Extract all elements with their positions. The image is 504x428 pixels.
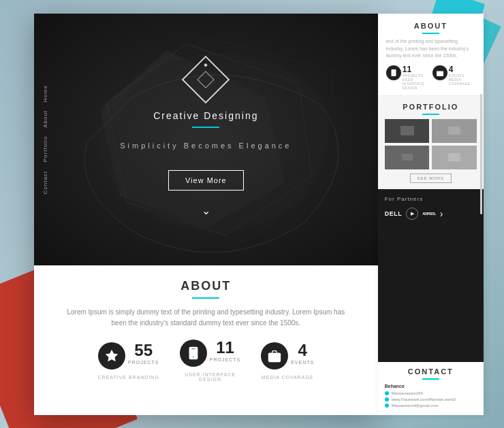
contact-dot-3 bbox=[385, 404, 389, 408]
stat-media: 4 EVENTS MEDIA COVARAGE bbox=[261, 342, 314, 380]
stats-row: 55 PROJECTS CREATIVE BRANDING 11 bbox=[97, 340, 314, 382]
portfolio-thumb-1[interactable] bbox=[385, 119, 430, 143]
r-contact-section: CONTACT Behance Marwanasem199 www.Facebo… bbox=[378, 362, 484, 415]
r-contact-info: Marwanasem199 www.Facebook.com/Marwan.ee… bbox=[385, 391, 477, 408]
stat-ui-design: 11 PROJECTS USER INTERFACE DESIGN bbox=[180, 340, 240, 382]
r-partners-section: For Partners DELL ▶ ADIPISOL › bbox=[378, 189, 484, 363]
portfolio-thumb-4[interactable] bbox=[432, 146, 477, 169]
r-contact-text-1: Marwanasem199 bbox=[392, 391, 423, 395]
stat-label-ui: USER INTERFACE DESIGN bbox=[185, 372, 236, 382]
r-portfolio-title: PORTFOLIO bbox=[385, 103, 477, 111]
r-contact-title: CONTACT bbox=[385, 367, 477, 376]
r-contact-row-3: Marwansemil@gmail.com bbox=[385, 404, 477, 408]
portfolio-thumb-3[interactable] bbox=[385, 146, 430, 169]
mockup-wrapper: Home About Portfolio Contact Creative De… bbox=[34, 14, 484, 415]
stat-num-branding: 55 bbox=[128, 342, 159, 359]
hero-title: Creative Designing bbox=[120, 110, 292, 121]
right-panel: ABOUT text of the printing and typesetti… bbox=[378, 14, 484, 415]
about-divider bbox=[192, 297, 219, 299]
scroll-down-arrow[interactable]: ⌄ bbox=[120, 204, 292, 217]
r-stat-sublbl-media: MEDIA COVARAGE bbox=[449, 78, 475, 86]
r-contact-divider bbox=[422, 378, 439, 380]
about-title: ABOUT bbox=[180, 279, 231, 293]
r-stats: 11 PROJECTS USER INTERFACE DESIGN 4 EVEN… bbox=[386, 65, 475, 90]
portfolio-grid bbox=[385, 119, 477, 169]
r-contact-text-2: www.Facebook.com/Marwan.eemi2 bbox=[392, 397, 456, 401]
camera-icon bbox=[261, 342, 288, 369]
svg-point-10 bbox=[393, 74, 394, 75]
main-panel: Home About Portfolio Contact Creative De… bbox=[34, 14, 378, 415]
r-enhance-label: Behance bbox=[385, 384, 477, 389]
hero-divider bbox=[192, 127, 219, 128]
stat-num-media: 4 bbox=[291, 342, 314, 359]
stat-label-projects-2: PROJECTS bbox=[210, 357, 240, 362]
scrollbar[interactable] bbox=[480, 94, 482, 214]
r-about-divider bbox=[422, 33, 439, 34]
stat-label-projects-1: PROJECTS bbox=[128, 360, 159, 365]
see-more-button[interactable]: SEE MORE bbox=[410, 174, 452, 183]
play-circle: ▶ bbox=[406, 208, 418, 220]
r-about-section: ABOUT text of the printing and typesetti… bbox=[378, 14, 484, 96]
svg-marker-3 bbox=[106, 349, 118, 361]
phone-icon bbox=[180, 340, 207, 367]
r-partners-title: For Partners bbox=[385, 196, 477, 202]
stat-label-events: EVENTS bbox=[291, 360, 314, 365]
partners-next-arrow[interactable]: › bbox=[440, 208, 443, 219]
r-stat-num-media: 4 bbox=[449, 65, 475, 73]
stat-num-ui: 11 bbox=[210, 340, 240, 356]
about-section: ABOUT Lorem Ipsum is simply dummy text o… bbox=[34, 265, 378, 415]
nav-home[interactable]: Home bbox=[42, 85, 48, 102]
hero-content: Creative Designing Simplicity Becomes El… bbox=[120, 63, 292, 217]
r-camera-icon bbox=[432, 65, 447, 80]
r-contact-text-3: Marwansemil@gmail.com bbox=[392, 404, 439, 408]
view-more-button[interactable]: View More bbox=[168, 170, 244, 191]
dell-logo: DELL bbox=[385, 210, 403, 217]
r-about-title: ABOUT bbox=[386, 22, 475, 30]
r-stat-sublbl-ui: USER INTERFACE DESIGN bbox=[403, 78, 428, 90]
portfolio-thumb-2[interactable] bbox=[432, 119, 477, 143]
r-portfolio-divider bbox=[422, 114, 439, 115]
hero-logo bbox=[182, 55, 230, 103]
r-contact-row-1: Marwanasem199 bbox=[385, 391, 477, 395]
stat-label-branding: CREATIVE BRANDING bbox=[97, 375, 159, 380]
adipisol-logo: ADIPISOL bbox=[422, 212, 436, 216]
stat-creative-branding: 55 PROJECTS CREATIVE BRANDING bbox=[97, 342, 159, 380]
svg-point-5 bbox=[193, 357, 194, 358]
r-portfolio-section: PORTFOLIO SEE MORE bbox=[378, 96, 484, 189]
partners-logos: DELL ▶ ADIPISOL › bbox=[385, 208, 477, 220]
r-stat-media: 4 EVENTS MEDIA COVARAGE bbox=[432, 65, 475, 90]
hero-subtitle: Simplicity Becomes Elegance bbox=[120, 142, 292, 150]
r-stat-num-ui: 11 bbox=[403, 65, 428, 73]
r-phone-icon bbox=[386, 65, 401, 80]
contact-dot-1 bbox=[385, 391, 389, 395]
r-about-text: text of the printing and typesetting ind… bbox=[386, 38, 475, 60]
stat-label-media: MEDIA COVARAGE bbox=[262, 375, 314, 380]
r-stat-ui: 11 PROJECTS USER INTERFACE DESIGN bbox=[386, 65, 428, 90]
about-text: Lorem Ipsum is simply dummy text of the … bbox=[61, 307, 351, 329]
contact-dot-2 bbox=[385, 397, 389, 401]
nav-about[interactable]: About bbox=[42, 110, 48, 128]
nav-contact[interactable]: Contact bbox=[42, 171, 48, 195]
star-icon bbox=[98, 342, 125, 369]
side-nav: Home About Portfolio Contact bbox=[42, 85, 48, 194]
r-contact-row-2: www.Facebook.com/Marwan.eemi2 bbox=[385, 397, 477, 401]
nav-portfolio[interactable]: Portfolio bbox=[42, 136, 48, 162]
hero-section: Home About Portfolio Contact Creative De… bbox=[34, 14, 378, 265]
